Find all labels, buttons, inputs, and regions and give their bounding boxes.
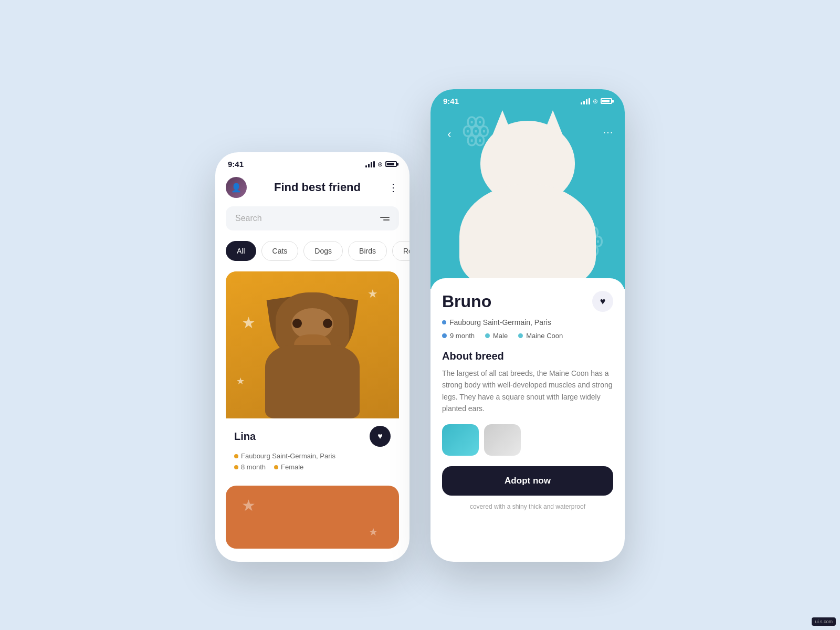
pet-gender: Female: [274, 463, 303, 471]
pet-name-bruno: Bruno: [442, 292, 491, 311]
pet-age: 8 month: [234, 463, 266, 471]
wifi-icon-2: ⊛: [593, 98, 598, 105]
status-bar-1: 9:41 ⊛: [215, 152, 410, 173]
wifi-icon-1: ⊛: [377, 161, 383, 168]
phone-search-screen: 9:41 ⊛ 👤 Find best friend ⋮ Search: [215, 152, 410, 562]
favorite-button-bruno[interactable]: ♥: [592, 291, 613, 312]
star-deco-3: ★: [236, 375, 245, 387]
pet-card-info: Lina ♥ Faubourg Saint-Germain, Paris 8 m…: [226, 418, 399, 479]
dog-eye-left: [292, 319, 302, 328]
cat-photo: [430, 110, 625, 289]
watermark: ui.s.com: [812, 617, 836, 626]
location-dot-detail: [442, 320, 446, 324]
pet-name-lina: Lina: [234, 430, 256, 443]
about-section-title: About breed: [442, 350, 613, 362]
pet-card-image: ★ ★ ★: [226, 271, 399, 418]
adopt-now-button[interactable]: Adopt now: [442, 466, 613, 496]
detail-age: 9 month: [442, 332, 475, 340]
pet-card-lina[interactable]: ★ ★ ★: [226, 271, 399, 479]
dog-eye-right: [323, 319, 332, 328]
location-text-detail: Faubourg Saint-Germain, Paris: [449, 318, 551, 327]
age-value-detail: 9 month: [450, 332, 475, 340]
pet-location-row: Faubourg Saint-Germain, Paris: [442, 318, 613, 327]
battery-icon-2: [601, 98, 612, 104]
favorite-button-lina[interactable]: ♥: [370, 426, 391, 447]
time-1: 9:41: [228, 160, 244, 169]
filter-icon[interactable]: [380, 217, 390, 220]
detail-content: Bruno ♥ Faubourg Saint-Germain, Paris 9 …: [430, 278, 625, 521]
gender-value: Female: [281, 463, 303, 471]
location-dot: [234, 454, 238, 458]
bottom-description-text: covered with a shiny thick and waterproo…: [442, 503, 613, 510]
battery-icon-1: [385, 161, 397, 167]
pet-meta-lina: 8 month Female: [234, 463, 391, 471]
page-title: Find best friend: [274, 181, 361, 194]
cat-body: [459, 184, 596, 289]
dog-body: [265, 345, 360, 418]
pet-card-orange[interactable]: ★ ★: [226, 486, 399, 549]
avatar[interactable]: 👤: [226, 177, 247, 198]
phone-header-1: 👤 Find best friend ⋮: [215, 173, 410, 206]
breed-description: The largest of all cat breeds, the Maine…: [442, 368, 613, 415]
status-icons-1: ⊛: [365, 161, 397, 168]
age-dot: [234, 465, 238, 469]
menu-dots-button[interactable]: ⋮: [388, 181, 399, 194]
orange-star-1: ★: [242, 496, 256, 514]
dog-photo: ★ ★ ★: [226, 271, 399, 418]
detail-meta-row: 9 month Male Maine Coon: [442, 332, 613, 340]
status-bar-2: 9:41 ⊛: [430, 89, 625, 110]
star-deco-2: ★: [242, 313, 256, 332]
breed-dot-detail: [518, 333, 523, 338]
search-placeholder: Search: [235, 214, 262, 223]
gender-dot-detail: [485, 333, 490, 338]
cat-illustration: [444, 110, 612, 289]
category-other[interactable]: Ro...: [392, 241, 410, 261]
pet-card-header: Lina ♥: [234, 426, 391, 447]
location-value: Faubourg Saint-Germain, Paris: [241, 452, 335, 460]
search-bar[interactable]: Search: [226, 206, 399, 230]
breed-value-detail: Maine Coon: [526, 332, 563, 340]
more-button[interactable]: ⋯: [603, 126, 614, 139]
photo-thumbnails: [442, 424, 613, 456]
detail-header: Bruno ♥: [442, 291, 613, 312]
cat-hero-image: ꙮ ꙮ: [430, 89, 625, 289]
categories-row: All Cats Dogs Birds Ro...: [215, 241, 410, 271]
back-button[interactable]: ‹: [441, 126, 458, 143]
gender-value-detail: Male: [493, 332, 508, 340]
dog-illustration: [255, 287, 370, 418]
phone-detail-screen: 9:41 ⊛ ‹ ⋯ ꙮ ꙮ: [430, 89, 625, 562]
avatar-image: 👤: [226, 177, 247, 198]
thumbnail-1[interactable]: [442, 424, 479, 456]
detail-breed: Maine Coon: [518, 332, 563, 340]
gender-dot: [274, 465, 278, 469]
pet-location-lina: Faubourg Saint-Germain, Paris: [234, 452, 391, 460]
detail-gender: Male: [485, 332, 508, 340]
orange-star-2: ★: [369, 526, 378, 538]
category-dogs[interactable]: Dogs: [303, 241, 343, 261]
signal-icon-1: [365, 161, 375, 167]
signal-icon-2: [581, 98, 590, 104]
category-birds[interactable]: Birds: [348, 241, 387, 261]
age-value: 8 month: [241, 463, 266, 471]
age-dot-detail: [442, 333, 447, 338]
status-icons-2: ⊛: [581, 98, 612, 105]
category-cats[interactable]: Cats: [261, 241, 299, 261]
time-2: 9:41: [443, 97, 459, 106]
thumbnail-2[interactable]: [484, 424, 521, 456]
category-all[interactable]: All: [226, 241, 256, 261]
